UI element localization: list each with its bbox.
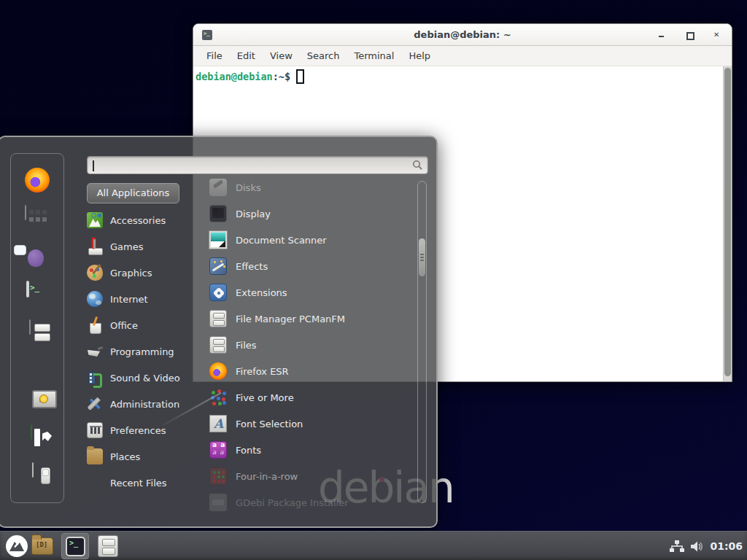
app-label: Five or More (236, 392, 294, 403)
menu-button-icon (5, 534, 28, 558)
app-document-scanner[interactable]: Document Scanner (209, 227, 415, 253)
file-cabinet-icon[interactable] (29, 319, 31, 335)
preferences-icon (87, 422, 103, 438)
shutdown-icon[interactable] (32, 462, 34, 478)
category-accessories[interactable]: Accessories (87, 207, 200, 233)
prompt-user-host: debian@debian (196, 71, 273, 82)
app-label: Font Selection (236, 419, 303, 429)
graphics-icon (87, 265, 103, 281)
menu-search[interactable]: Search (300, 50, 347, 61)
search-icon (412, 160, 423, 171)
app-label: Display (236, 209, 271, 219)
firefox-icon (209, 362, 227, 380)
menu-edit[interactable]: Edit (230, 50, 263, 61)
menu-help[interactable]: Help (401, 50, 438, 61)
games-icon (87, 238, 103, 254)
category-graphics[interactable]: Graphics (87, 260, 200, 286)
minimize-button[interactable] (657, 31, 666, 39)
gdebi-icon (209, 494, 227, 511)
desktop-folder-icon[interactable] (31, 537, 53, 555)
menu-file[interactable]: File (199, 50, 230, 61)
terminal-icon[interactable] (26, 281, 29, 298)
volume-icon[interactable] (690, 540, 704, 553)
terminal-icon (66, 537, 85, 556)
desktop: debian debian@debian: ~ File Edit View S… (0, 0, 747, 560)
app-five-or-more[interactable]: Five or More (209, 384, 415, 411)
menu-view[interactable]: View (263, 50, 300, 61)
app-extensions[interactable]: Extensions (209, 279, 415, 306)
display-icon (209, 205, 227, 222)
application-list: Disks Display Document Scanner Effects E… (209, 174, 415, 516)
maximize-button[interactable] (685, 31, 694, 39)
menu-terminal[interactable]: Terminal (347, 50, 401, 61)
category-recent-files[interactable]: Recent Files (87, 470, 200, 496)
app-disks[interactable]: Disks (209, 174, 415, 201)
terminal-titlebar[interactable]: debian@debian: ~ (193, 24, 732, 46)
category-preferences[interactable]: Preferences (87, 417, 200, 443)
category-list: Accessories Games Graphics Internet Offi… (87, 207, 200, 496)
category-label: Recent Files (110, 478, 167, 489)
shell-prompt: debian@debian:~$ (196, 71, 304, 84)
app-list-scrollbar[interactable] (417, 181, 427, 503)
all-applications-button[interactable]: All Applications (87, 183, 179, 203)
search-box (87, 156, 428, 174)
network-wired-icon[interactable] (670, 540, 684, 553)
app-label: Firefox ESR (236, 366, 289, 377)
category-office[interactable]: Office (87, 312, 200, 338)
app-four-in-a-row[interactable]: Four-in-a-row (209, 463, 415, 489)
app-files[interactable]: Files (209, 332, 415, 358)
places-icon (87, 448, 103, 464)
terminal-scrollbar[interactable] (723, 66, 732, 381)
app-list-scrollbar-thumb[interactable] (419, 238, 425, 276)
search-input[interactable] (93, 158, 407, 173)
applications-menu: All Applications Accessories Games Graph… (0, 136, 438, 528)
window-controls (657, 24, 721, 46)
category-label: Programming (110, 346, 174, 357)
app-file-manager-pcmanfm[interactable]: File Manager PCManFM (209, 306, 415, 332)
app-label: Document Scanner (236, 235, 327, 246)
control-center-icon[interactable] (25, 205, 26, 220)
sound-video-icon (87, 370, 103, 386)
terminal-window-title: debian@debian: ~ (193, 24, 732, 46)
clock[interactable]: 01:06 (710, 540, 744, 552)
category-label: Places (110, 451, 140, 462)
app-display[interactable]: Display (209, 201, 415, 227)
taskbar-terminal-button[interactable] (61, 533, 89, 559)
category-label: Sound & Video (110, 373, 180, 384)
internet-icon (87, 291, 103, 307)
app-font-selection[interactable]: Font Selection (209, 411, 415, 437)
taskbar: 01:06 (0, 531, 747, 560)
extensions-icon (209, 284, 227, 301)
close-button[interactable] (713, 31, 721, 39)
administration-icon (87, 396, 103, 412)
font-selection-icon (209, 415, 227, 432)
menu-button[interactable] (5, 534, 28, 558)
document-scanner-icon (209, 231, 227, 249)
app-label: Fonts (236, 445, 261, 456)
terminal-menubar: File Edit View Search Terminal Help (193, 46, 732, 66)
category-label: Internet (110, 294, 148, 305)
category-games[interactable]: Games (87, 233, 200, 260)
category-label: Games (110, 241, 143, 252)
effects-icon (209, 257, 227, 275)
firefox-icon[interactable] (25, 168, 50, 192)
logout-icon[interactable] (31, 424, 32, 440)
app-fonts[interactable]: Fonts (209, 437, 415, 463)
terminal-scrollbar-thumb[interactable] (724, 68, 731, 376)
app-label: Files (236, 340, 257, 351)
accessories-icon (87, 212, 103, 228)
category-label: Office (110, 320, 138, 331)
taskbar-files-button[interactable] (98, 535, 118, 557)
app-gdebi[interactable]: GDebi Package Installer (209, 489, 415, 516)
app-label: GDebi Package Installer (236, 497, 349, 508)
system-tray: 01:06 (670, 532, 744, 560)
category-programming[interactable]: Programming (87, 338, 200, 365)
fonts-icon (209, 441, 227, 459)
app-effects[interactable]: Effects (209, 253, 415, 279)
category-sound-video[interactable]: Sound & Video (87, 365, 200, 391)
category-label: Administration (110, 399, 179, 410)
category-places[interactable]: Places (87, 443, 200, 470)
category-internet[interactable]: Internet (87, 286, 200, 312)
app-firefox-esr[interactable]: Firefox ESR (209, 358, 415, 384)
app-label: File Manager PCManFM (236, 314, 345, 324)
